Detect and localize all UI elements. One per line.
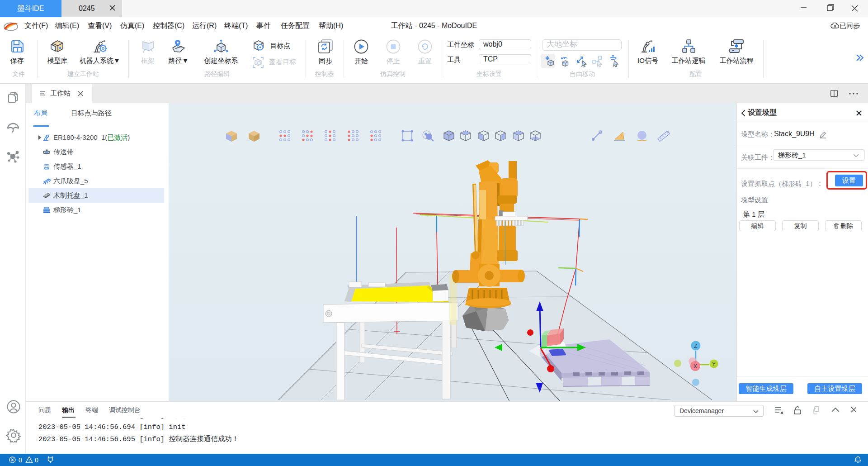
svg-text:Z: Z <box>694 343 697 349</box>
svg-text:X: X <box>693 363 697 370</box>
svg-text:Y: Y <box>712 361 716 367</box>
